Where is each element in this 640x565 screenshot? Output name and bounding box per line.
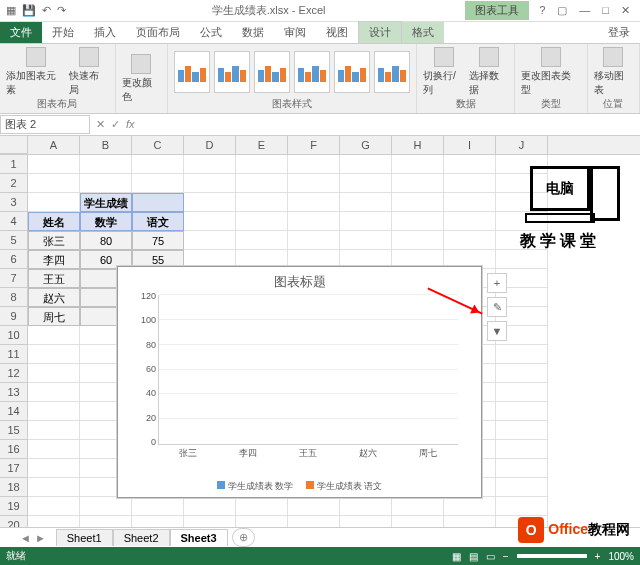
cell[interactable] <box>392 497 444 516</box>
ribbon-collapse-icon[interactable]: ▢ <box>557 4 567 17</box>
cell[interactable] <box>80 497 132 516</box>
cell[interactable] <box>288 155 340 174</box>
cell[interactable] <box>28 364 80 383</box>
tab-formulas[interactable]: 公式 <box>190 22 232 43</box>
style-item[interactable] <box>174 51 210 93</box>
cell[interactable] <box>444 231 496 250</box>
cell[interactable]: 王五 <box>28 269 80 288</box>
cell[interactable] <box>184 497 236 516</box>
col-header[interactable]: I <box>444 136 496 154</box>
change-chart-type-button[interactable]: 更改图表类型 <box>521 47 580 97</box>
row-header[interactable]: 1 <box>0 155 28 174</box>
cell[interactable]: 80 <box>80 231 132 250</box>
zoom-out-icon[interactable]: − <box>503 551 509 562</box>
cell[interactable] <box>236 231 288 250</box>
row-header[interactable]: 11 <box>0 345 28 364</box>
formula-input[interactable] <box>141 124 640 126</box>
help-icon[interactable]: ? <box>539 4 545 17</box>
cell[interactable] <box>132 193 184 212</box>
cell[interactable] <box>496 345 548 364</box>
undo-icon[interactable]: ↶ <box>42 4 51 17</box>
quick-layout-button[interactable]: 快速布局 <box>69 47 108 97</box>
tab-view[interactable]: 视图 <box>316 22 358 43</box>
row-header[interactable]: 10 <box>0 326 28 345</box>
cell[interactable] <box>392 174 444 193</box>
tab-data[interactable]: 数据 <box>232 22 274 43</box>
tab-layout[interactable]: 页面布局 <box>126 22 190 43</box>
sheet-tab[interactable]: Sheet2 <box>113 529 170 546</box>
cell[interactable] <box>28 459 80 478</box>
row-header[interactable]: 19 <box>0 497 28 516</box>
cell[interactable] <box>444 193 496 212</box>
cell[interactable] <box>28 440 80 459</box>
row-header[interactable]: 6 <box>0 250 28 269</box>
style-item[interactable] <box>294 51 330 93</box>
cell[interactable] <box>236 497 288 516</box>
tab-review[interactable]: 审阅 <box>274 22 316 43</box>
row-header[interactable]: 17 <box>0 459 28 478</box>
col-header[interactable]: J <box>496 136 548 154</box>
cell[interactable] <box>28 193 80 212</box>
cell[interactable] <box>340 174 392 193</box>
cell[interactable] <box>340 193 392 212</box>
cell[interactable] <box>80 174 132 193</box>
zoom-in-icon[interactable]: + <box>595 551 601 562</box>
cell[interactable]: 数学 <box>80 212 132 231</box>
move-chart-button[interactable]: 移动图表 <box>594 47 633 97</box>
cell[interactable]: 75 <box>132 231 184 250</box>
name-box[interactable]: 图表 2 <box>0 115 90 134</box>
cell[interactable]: 赵六 <box>28 288 80 307</box>
tab-home[interactable]: 开始 <box>42 22 84 43</box>
cell[interactable] <box>80 155 132 174</box>
cancel-icon[interactable]: ✕ <box>96 118 105 131</box>
cell[interactable]: 张三 <box>28 231 80 250</box>
chart-styles-button[interactable]: ✎ <box>487 297 507 317</box>
cell[interactable] <box>288 212 340 231</box>
cell[interactable] <box>184 174 236 193</box>
row-header[interactable]: 2 <box>0 174 28 193</box>
style-item[interactable] <box>254 51 290 93</box>
row-header[interactable]: 14 <box>0 402 28 421</box>
col-header[interactable]: E <box>236 136 288 154</box>
prev-sheet-icon[interactable]: ◄ <box>20 532 31 544</box>
cell[interactable] <box>28 421 80 440</box>
cell[interactable] <box>28 383 80 402</box>
cell[interactable] <box>132 174 184 193</box>
maximize-icon[interactable]: □ <box>602 4 609 17</box>
col-header[interactable]: A <box>28 136 80 154</box>
cell[interactable] <box>392 212 444 231</box>
cell[interactable]: 姓名 <box>28 212 80 231</box>
tab-insert[interactable]: 插入 <box>84 22 126 43</box>
sheet-tab[interactable]: Sheet3 <box>170 529 228 546</box>
cell[interactable] <box>496 402 548 421</box>
cell[interactable] <box>496 497 548 516</box>
tab-design[interactable]: 设计 <box>358 21 402 43</box>
enter-icon[interactable]: ✓ <box>111 118 120 131</box>
sheet-tab[interactable]: Sheet1 <box>56 529 113 546</box>
close-icon[interactable]: ✕ <box>621 4 630 17</box>
cell[interactable] <box>184 231 236 250</box>
cell[interactable] <box>392 231 444 250</box>
cell[interactable] <box>444 155 496 174</box>
chart-filters-button[interactable]: ▼ <box>487 321 507 341</box>
cell[interactable] <box>496 440 548 459</box>
cell[interactable] <box>496 421 548 440</box>
row-header[interactable]: 13 <box>0 383 28 402</box>
cell[interactable] <box>236 193 288 212</box>
switch-row-col-button[interactable]: 切换行/列 <box>423 47 465 97</box>
cell[interactable] <box>340 497 392 516</box>
cell[interactable] <box>496 364 548 383</box>
chart-elements-button[interactable]: + <box>487 273 507 293</box>
cell[interactable] <box>28 345 80 364</box>
cell[interactable]: 语文 <box>132 212 184 231</box>
cell[interactable] <box>132 497 184 516</box>
cell[interactable] <box>496 459 548 478</box>
view-normal-icon[interactable]: ▦ <box>452 551 461 562</box>
cell[interactable] <box>444 497 496 516</box>
change-colors-button[interactable]: 更改颜色 <box>122 54 161 104</box>
row-header[interactable]: 16 <box>0 440 28 459</box>
style-item[interactable] <box>214 51 250 93</box>
cell[interactable]: 学生成绩表 <box>80 193 132 212</box>
minimize-icon[interactable]: — <box>579 4 590 17</box>
zoom-slider[interactable] <box>517 554 587 558</box>
